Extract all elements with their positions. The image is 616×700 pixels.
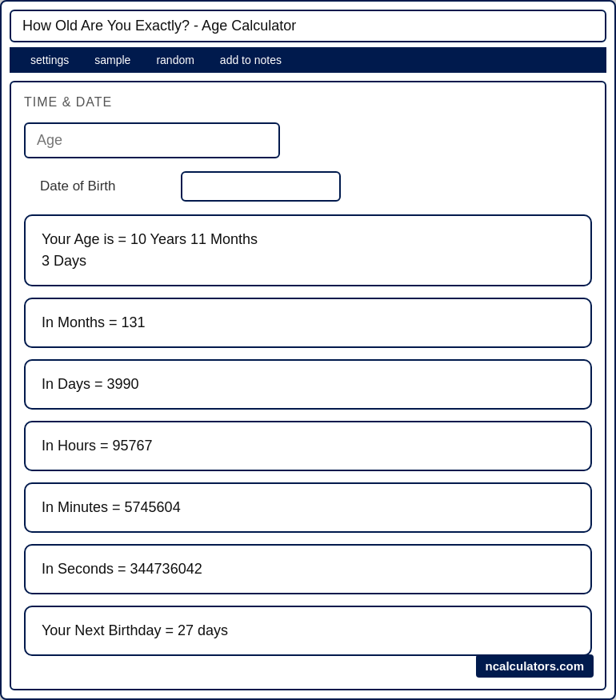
result-equals: =	[161, 622, 178, 638]
toolbar-btn-random[interactable]: random	[143, 47, 206, 73]
result-label: In Minutes	[42, 499, 108, 515]
toolbar-btn-sample[interactable]: sample	[82, 47, 143, 73]
result-equals: =	[114, 561, 130, 577]
main-window: How Old Are You Exactly? - Age Calculato…	[0, 0, 616, 700]
result-label: In Seconds	[42, 561, 114, 577]
result-value: 95767	[113, 438, 153, 454]
window-title: How Old Are You Exactly? - Age Calculato…	[22, 18, 296, 34]
result-value: 344736042	[130, 561, 202, 577]
result-box-minutes: In Minutes = 5745604	[24, 482, 592, 533]
result-equals: =	[114, 231, 130, 247]
result-equals: =	[90, 376, 107, 392]
toolbar-btn-settings[interactable]: settings	[18, 47, 82, 73]
result-box-months: In Months = 131	[24, 298, 592, 348]
search-input[interactable]	[24, 122, 280, 158]
dob-label: Date of Birth	[40, 178, 168, 194]
result-label: Your Age is	[42, 231, 114, 247]
toolbar-btn-add-to-notes[interactable]: add to notes	[207, 47, 294, 73]
result-label: In Months	[42, 314, 105, 330]
main-content: TIME & DATE Date of Birth Your Age is = …	[10, 81, 606, 690]
results-container: Your Age is = 10 Years 11 Months3 DaysIn…	[24, 214, 592, 656]
result-value: 5745604	[125, 499, 181, 515]
dob-input[interactable]	[181, 171, 341, 202]
result-label: In Days	[42, 376, 90, 392]
result-box-hours: In Hours = 95767	[24, 421, 592, 471]
branding: ncalculators.com	[476, 654, 594, 678]
result-box-seconds: In Seconds = 344736042	[24, 544, 592, 594]
toolbar: settingssamplerandomadd to notes	[10, 47, 606, 73]
result-box-days: In Days = 3990	[24, 359, 592, 410]
result-value: 3990	[107, 376, 139, 392]
title-bar: How Old Are You Exactly? - Age Calculato…	[10, 10, 606, 42]
result-label: In Hours	[42, 438, 96, 454]
result-equals: =	[96, 438, 113, 454]
result-box-age: Your Age is = 10 Years 11 Months3 Days	[24, 214, 592, 286]
result-value: 27 days	[178, 622, 228, 638]
result-box-birthday: Your Next Birthday = 27 days	[24, 606, 592, 656]
result-label: Your Next Birthday	[42, 622, 161, 638]
result-equals: =	[108, 499, 125, 515]
result-equals: =	[105, 314, 122, 330]
dob-row: Date of Birth	[24, 171, 592, 202]
section-label: TIME & DATE	[24, 95, 592, 110]
result-value: 131	[122, 314, 146, 330]
